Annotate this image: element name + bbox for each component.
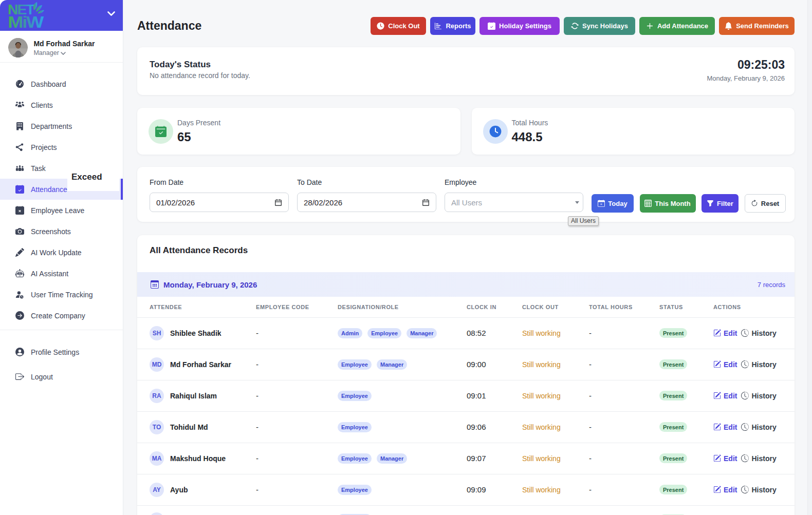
svg-text:MiW: MiW [8, 13, 44, 29]
